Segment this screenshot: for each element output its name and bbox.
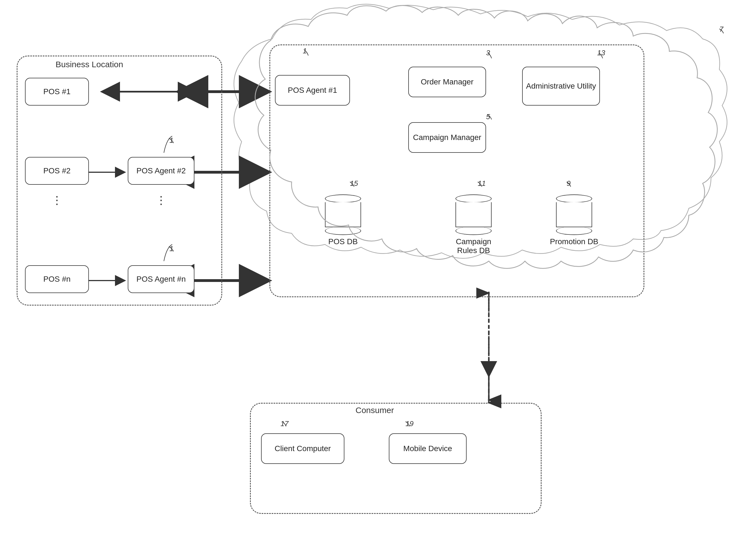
agent-ellipsis: ⋮ [155,195,167,206]
ref-13: 13 [597,49,605,57]
ref-7: 7 [719,25,723,34]
posn-node: POS #n [25,265,89,293]
ref-5: 5 [486,113,490,121]
ref-17: 17 [280,420,288,428]
pos2-node: POS #2 [25,157,89,185]
ref-3: 3 [486,49,490,57]
ref-1c: 1 [169,245,173,253]
pos-ellipsis: ⋮ [51,195,62,206]
diagram-container: Business Location POS #1 POS #2 POS #n ⋮… [0,0,756,555]
promotion-db-node: Promotion DB [550,195,598,246]
ref-1b: 1 [169,136,173,145]
client-computer-node: Client Computer [261,433,344,464]
ref-11: 11 [478,179,486,188]
pos1-node: POS #1 [25,78,89,105]
ref-19: 19 [405,420,413,428]
business-location-label: Business Location [55,60,123,69]
admin-utility-node: Administrative Utility [522,67,600,105]
pos-agentn-node: POS Agent #n [128,265,194,293]
pos-agent2-node: POS Agent #2 [128,157,194,185]
order-manager-node: Order Manager [408,67,486,97]
consumer-label: Consumer [356,405,394,415]
pos-agent1-node: POS Agent #1 [275,75,350,105]
campaign-manager-node: Campaign Manager [408,122,486,153]
ref-9: 9 [567,179,571,188]
ref-15: 15 [350,179,358,188]
mobile-device-node: Mobile Device [389,433,466,464]
ref-1a: 1 [303,47,307,55]
campaign-rules-db-node: Campaign Rules DB [453,195,494,255]
pos-db-node: POS DB [325,195,361,246]
